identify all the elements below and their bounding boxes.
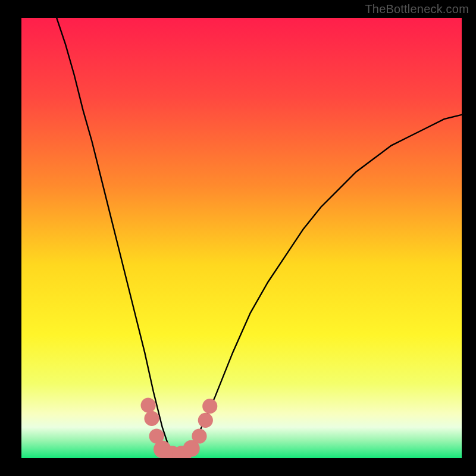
- marker-dot: [141, 398, 156, 413]
- gradient-background: [21, 18, 462, 458]
- chart-svg: [21, 18, 462, 458]
- watermark-label: TheBottleneck.com: [365, 2, 469, 16]
- chart-frame: TheBottleneck.com: [0, 0, 476, 476]
- marker-dot: [202, 399, 217, 414]
- marker-dot: [144, 411, 159, 426]
- plot-area: [21, 18, 462, 458]
- marker-dot: [198, 413, 213, 428]
- marker-dot: [192, 428, 206, 443]
